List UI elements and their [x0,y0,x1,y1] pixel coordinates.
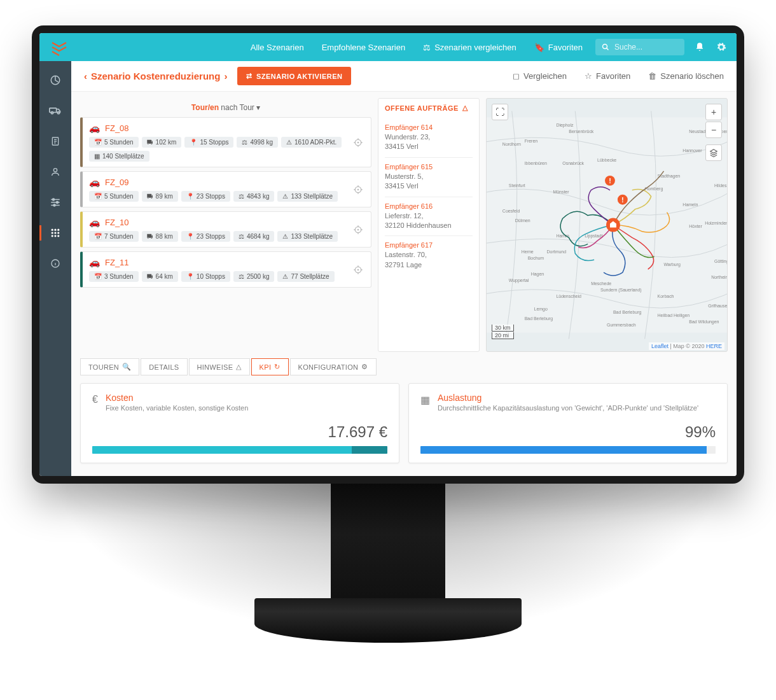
chevron-right-icon[interactable]: › [224,71,227,81]
warning-icon: △ [462,104,468,112]
orders-title: OFFENE AUFTRÄGE △ [385,104,473,112]
delete-action[interactable]: 🗑Szenario löschen [648,71,724,81]
map-layers-button[interactable] [705,144,722,161]
trash-icon: 🗑 [648,71,656,81]
sidebar-dashboard-icon[interactable] [49,74,62,87]
locate-icon[interactable] [353,225,363,235]
svg-text:Ibbenbüren: Ibbenbüren [525,161,547,165]
favorite-action[interactable]: ☆Favoriten [585,71,630,81]
refresh-icon: ↻ [274,363,280,371]
gear-icon[interactable] [716,42,726,52]
chevron-left-icon[interactable]: ‹ [84,71,87,81]
chip-icon: ⛟ [147,193,153,200]
tour-chip: ⚖4684 kg [233,231,275,242]
search-input[interactable] [614,43,678,52]
kpi-auslastung-value: 99% [420,423,716,441]
nav-compare[interactable]: ⚖ Szenarien vergleichen [423,43,516,52]
nav-recommended[interactable]: Empfohlene Szenarien [322,43,406,52]
svg-point-7 [53,199,55,200]
tab-config[interactable]: KONFIGURATION⚙ [290,358,377,375]
tours-column: Tour/en nach Tour ▾ 🚗FZ_08📅5 Stunden⛟102… [80,98,371,352]
app-logo [50,38,69,57]
sidebar-user-icon[interactable] [49,165,62,178]
kpi-auslastung: ▦ Auslastung Durchschnittliche Kapazität… [408,383,728,463]
nav-all-scenarios[interactable]: Alle Szenarien [251,43,304,52]
map-scale: 30 km 20 mi [492,325,514,340]
svg-text:Coesfeld: Coesfeld [502,209,520,213]
tour-card[interactable]: 🚗FZ_09📅5 Stunden⛟89 km📍23 Stopps⚖4843 kg… [80,171,371,207]
sidebar-fleet-icon[interactable] [49,104,62,117]
scenario-title-text: Szenario Kostenreduzierung [91,71,220,81]
tour-card[interactable]: 🚗FZ_11📅3 Stunden⛟64 km📍10 Stopps⚖2500 kg… [80,251,371,288]
tour-card[interactable]: 🚗FZ_10📅7 Stunden⛟88 km📍23 Stopps⚖4684 kg… [80,211,371,248]
map-canvas[interactable]: DiepholzBersenbrückNeustadt am Rübenberg… [487,99,727,351]
svg-text:Nordhorn: Nordhorn [502,142,521,146]
grid-icon: ▦ [420,394,430,406]
chip-icon: ⚠ [286,139,292,146]
svg-text:Hagen: Hagen [531,272,544,277]
nav-favorites[interactable]: 🔖 Favoriten [534,43,583,52]
order-item[interactable]: Empfänger 614Wunderstr. 23,33415 Verl [385,118,473,157]
tour-chip: ⚠133 Stellplätze [277,231,338,242]
map-zoom-out-button[interactable]: − [705,122,722,138]
svg-text:Göttingen: Göttingen [714,259,727,264]
scenario-title[interactable]: ‹ Szenario Kostenreduzierung › [84,71,227,81]
tab-hinweise[interactable]: HINWEISE△ [189,358,250,375]
tab-kpi-label: KPI [260,363,272,371]
car-icon: 🚗 [89,257,100,267]
tab-touren[interactable]: TOUREN🔍 [80,358,139,375]
tour-chip: ⛟102 km [142,137,182,148]
svg-point-16 [52,235,53,237]
order-address: Lieferstr. 12,32120 Hiddenhausen [385,211,473,231]
map-attr-text: | Map © 2020 [669,343,706,349]
bell-icon[interactable] [695,42,705,52]
gear-icon: ⚙ [361,363,368,371]
tours-header-suffix: nach Tour [221,103,254,112]
svg-point-14 [54,232,56,234]
chip-icon: ⚖ [239,193,244,200]
tour-card[interactable]: 🚗FZ_08📅5 Stunden⛟102 km📍15 Stopps⚖4998 k… [80,117,371,167]
sidebar-clipboard-icon[interactable] [49,135,62,148]
svg-point-4 [57,112,59,114]
chip-icon: ⛟ [147,233,153,240]
order-item[interactable]: Empfänger 615Musterstr. 5,33415 Verl [385,157,473,197]
tours-header[interactable]: Tour/en nach Tour ▾ [80,98,371,117]
here-link[interactable]: HERE [706,343,722,349]
swap-icon: ⇄ [246,72,253,80]
locate-icon[interactable] [353,185,363,195]
sidebar-info-icon[interactable] [49,257,62,270]
kpi-auslastung-title: Auslastung [438,393,698,403]
main-content: ‹ Szenario Kostenreduzierung › ⇄ SZENARI… [71,61,737,476]
compare-action[interactable]: ◻Vergleichen [513,71,567,81]
sidebar-sliders-icon[interactable] [49,196,62,209]
chip-icon: 📍 [190,139,197,146]
sidebar-grid-icon[interactable] [49,227,62,239]
bookmark-icon: 🔖 [534,43,544,52]
leaflet-link[interactable]: Leaflet [651,343,669,349]
tab-details[interactable]: DETAILS [141,358,187,375]
svg-point-13 [52,232,53,234]
svg-point-25 [357,229,358,230]
map-depot-marker [606,218,620,232]
locate-icon[interactable] [353,137,363,148]
map-scale-km: 30 km [492,325,514,332]
map-zoom-in-button[interactable]: + [705,104,722,120]
map-expand-button[interactable]: ⛶ [492,104,508,120]
svg-text:Hannover: Hannover [682,148,702,153]
chip-icon: ⚠ [282,233,288,240]
order-address: Musterstr. 5,33415 Verl [385,172,473,192]
chip-icon: ⚠ [282,193,288,200]
svg-text:Grifhausen: Grifhausen [708,304,727,308]
svg-text:Hamm: Hamm [556,234,569,238]
svg-text:Lübbecke: Lübbecke [597,158,616,162]
map-panel[interactable]: DiepholzBersenbrückNeustadt am Rübenberg… [486,98,728,352]
chevron-down-icon: ▾ [256,103,260,112]
locate-icon[interactable] [353,265,363,275]
tab-kpi[interactable]: KPI↻ [251,358,289,375]
search-icon: 🔍 [122,363,131,371]
svg-point-6 [53,169,57,172]
order-item[interactable]: Empfänger 617Lastenstr. 70,32791 Lage [385,235,473,275]
order-item[interactable]: Empfänger 616Lieferstr. 12,32120 Hiddenh… [385,197,473,236]
search-box[interactable] [595,39,684,55]
activate-scenario-button[interactable]: ⇄ SZENARIO AKTIVIEREN [237,67,351,85]
